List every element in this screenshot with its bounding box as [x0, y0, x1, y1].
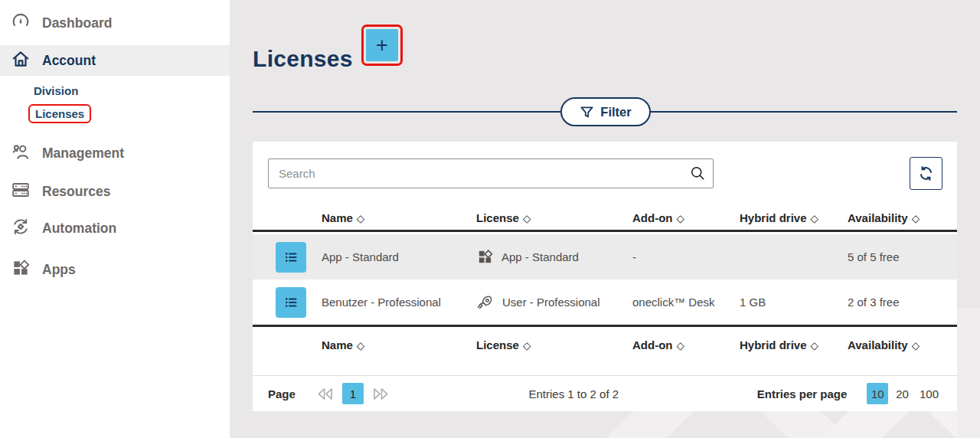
cell-addon: oneclick™ Desk	[632, 296, 740, 309]
list-icon	[282, 248, 300, 266]
sync-icon	[916, 164, 936, 183]
add-license-button[interactable]: +	[366, 29, 398, 61]
sort-icon: ◇	[672, 340, 684, 351]
funnel-icon	[580, 105, 594, 119]
column-header-addon[interactable]: Add-on◇	[632, 211, 740, 224]
column-header-availability[interactable]: Availability◇	[848, 338, 957, 351]
column-header-hybrid-drive[interactable]: Hybrid drive◇	[740, 338, 848, 351]
table-row: Benutzer - Professional User - Professio…	[253, 279, 957, 327]
sort-icon: ◇	[807, 213, 818, 224]
home-icon	[11, 49, 31, 73]
main-content: Licenses + Filter Name◇ License◇ Add-on◇	[230, 0, 980, 438]
cell-license: App - Standard	[476, 248, 632, 266]
sidebar-item-label: Dashboard	[42, 15, 112, 31]
sidebar-item-label: Apps	[42, 262, 76, 278]
list-icon	[282, 293, 300, 312]
apps-icon	[476, 248, 494, 266]
sidebar-item-label: Account	[42, 53, 96, 69]
rocket-icon	[476, 293, 495, 312]
pagination-bar: Page 1 Entries 1 to 2 of 2 Entries per p…	[253, 376, 957, 411]
sidebar-item-management[interactable]: Management	[0, 135, 230, 172]
row-details-button[interactable]	[276, 287, 306, 318]
page-label: Page	[268, 387, 296, 400]
sidebar-item-label: Resources	[42, 184, 111, 200]
entries-per-page-label: Entries per page	[757, 387, 848, 400]
page-number-button[interactable]: 1	[342, 383, 364, 404]
cell-name: App - Standard	[322, 250, 476, 263]
column-header-license[interactable]: License◇	[476, 338, 632, 351]
table-header-top: Name◇ License◇ Add-on◇ Hybrid drive◇ Ava…	[253, 206, 957, 232]
filter-button[interactable]: Filter	[560, 97, 651, 126]
first-page-button[interactable]	[315, 387, 335, 401]
sort-icon: ◇	[672, 213, 684, 224]
annotation-box-licenses: Licenses	[28, 104, 91, 123]
column-header-hybrid-drive[interactable]: Hybrid drive◇	[740, 211, 848, 224]
people-icon	[11, 142, 31, 165]
column-header-name[interactable]: Name◇	[322, 211, 476, 224]
sidebar-item-account[interactable]: Account	[0, 45, 230, 76]
table-row: App - Standard App - Standard - 5 of 5 f…	[253, 234, 957, 279]
sidebar-item-automation[interactable]: Automation	[0, 210, 230, 247]
cell-license: User - Professional	[476, 293, 632, 312]
search-field	[268, 159, 714, 188]
sort-icon: ◇	[908, 213, 920, 224]
page-title: Licenses	[253, 46, 353, 72]
cell-availability: 5 of 5 free	[848, 250, 957, 263]
sort-icon: ◇	[353, 340, 364, 351]
table-header-bottom: Name◇ License◇ Add-on◇ Hybrid drive◇ Ava…	[253, 332, 957, 358]
annotation-box-add: +	[361, 25, 403, 66]
column-header-name[interactable]: Name◇	[322, 338, 476, 351]
page-size-100[interactable]: 100	[916, 387, 942, 400]
last-page-button[interactable]	[371, 387, 390, 401]
page-size-20[interactable]: 20	[893, 387, 912, 400]
apps-icon	[11, 258, 31, 282]
sort-icon: ◇	[353, 213, 364, 224]
column-header-availability[interactable]: Availability◇	[848, 211, 957, 224]
sidebar-item-resources[interactable]: Resources	[0, 173, 230, 210]
search-input[interactable]	[268, 159, 714, 188]
sidebar-item-licenses[interactable]: Licenses	[35, 107, 84, 120]
sort-icon: ◇	[519, 340, 531, 351]
column-header-license[interactable]: License◇	[476, 211, 632, 224]
gauge-icon	[11, 11, 31, 35]
automation-icon	[11, 217, 31, 240]
sort-icon: ◇	[807, 340, 818, 351]
sort-icon: ◇	[908, 340, 920, 351]
entries-summary: Entries 1 to 2 of 2	[390, 387, 757, 400]
search-icon[interactable]	[689, 165, 707, 185]
cell-name: Benutzer - Professional	[322, 296, 476, 309]
cell-addon: -	[632, 250, 740, 263]
sidebar-item-dashboard[interactable]: Dashboard	[0, 6, 230, 40]
sidebar-item-label: Automation	[42, 221, 116, 237]
server-icon	[11, 180, 31, 204]
refresh-button[interactable]	[910, 157, 942, 190]
sidebar: Dashboard Account Division Licenses Mana…	[0, 0, 230, 438]
cell-availability: 2 of 3 free	[848, 296, 957, 309]
sidebar-item-label: Management	[42, 145, 124, 162]
licenses-table-card: Name◇ License◇ Add-on◇ Hybrid drive◇ Ava…	[253, 142, 957, 411]
column-header-addon[interactable]: Add-on◇	[632, 338, 740, 351]
row-details-button[interactable]	[276, 242, 306, 273]
cell-hybrid-drive: 1 GB	[740, 296, 848, 309]
sort-icon: ◇	[519, 213, 531, 224]
sidebar-item-apps[interactable]: Apps	[0, 251, 230, 288]
sidebar-item-division[interactable]: Division	[34, 84, 78, 97]
page-size-10[interactable]: 10	[867, 383, 888, 404]
